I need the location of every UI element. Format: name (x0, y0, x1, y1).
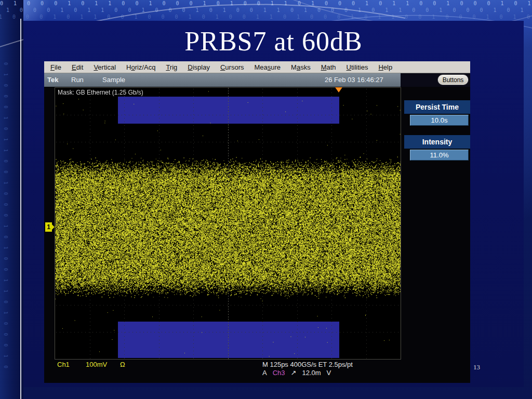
binary-column-decoration: 0 1 0 0 0 1 0 1 1 0 0 1 0 0 0 1 0 1 0 0 … (3, 62, 8, 374)
tek-logo: Tek (47, 76, 58, 84)
menu-math[interactable]: Math (316, 63, 341, 71)
menu-masks[interactable]: Masks (286, 63, 316, 71)
status-bar-right: Buttons (401, 73, 470, 87)
binary-pattern-strip: 0 1 0 0 0 1 0 1 1 0 0 1 0 0 0 1 0 1 0 0 … (0, 0, 532, 21)
graticule: Mask: GB Ethernet (1.25 Gb/s) (55, 87, 401, 360)
oscilloscope-screenshot: FileEditVerticalHoriz/AcqTrigDisplayCurs… (44, 61, 470, 383)
binary-row: 0 1 0 0 0 1 0 1 1 0 0 1 0 0 0 1 0 1 0 0 … (0, 7, 532, 14)
menu-file[interactable]: File (45, 63, 66, 71)
ch1-scale: 100mV (86, 361, 107, 368)
binary-row: 0 1 0 0 0 1 0 1 1 0 0 1 0 0 0 1 0 1 0 0 … (0, 14, 532, 20)
timebase-readout: M 125ps 400GS/s ET 2.5ps/pt (262, 361, 353, 368)
slide-title: PRBS7 at 60dB (23, 27, 524, 56)
trigger-level: 12.0m (302, 369, 321, 377)
menu-horizacq[interactable]: Horiz/Acq (121, 63, 161, 71)
status-bar: Tek Run Sample 26 Feb 03 16:46:27 Button… (44, 73, 470, 87)
trigger-slope-icon: ↗ (291, 369, 297, 377)
trigger-unit: V (327, 369, 331, 377)
ch1-coupling-icon: Ω (120, 361, 125, 368)
acquisition-mode: Sample (102, 76, 125, 84)
persist-time-label: Persist Time (404, 100, 470, 114)
buttons-button[interactable]: Buttons (438, 75, 468, 85)
ch1-label: Ch1 (57, 361, 70, 368)
run-status: Run (71, 76, 84, 84)
trigger-prefix: A (262, 369, 267, 377)
intensity-value[interactable]: 11.0% (410, 150, 469, 161)
intensity-label: Intensity (404, 135, 470, 149)
datetime: 26 Feb 03 16:46:27 (325, 76, 383, 84)
menu-cursors[interactable]: Cursors (215, 63, 249, 71)
channel-1-marker-label: 1 (47, 223, 50, 231)
menu-help[interactable]: Help (373, 63, 397, 71)
menu-utilities[interactable]: Utilities (341, 63, 374, 71)
waveform-noise-trace (55, 88, 401, 359)
menu-trig[interactable]: Trig (161, 63, 182, 71)
menu-measure[interactable]: Measure (249, 63, 286, 71)
menu-vertical[interactable]: Vertical (88, 63, 121, 71)
channel-1-marker[interactable]: 1 (45, 222, 52, 232)
persist-time-value[interactable]: 10.0s (410, 115, 469, 126)
trigger-source: Ch3 (273, 369, 285, 377)
left-decoration-strip: 0 1 0 0 0 1 0 1 1 0 0 1 0 0 0 1 0 1 0 0 … (0, 0, 23, 399)
scope-screen: Mask: GB Ethernet (1.25 Gb/s) 1 Persist … (44, 87, 470, 383)
menu-display[interactable]: Display (182, 63, 215, 71)
menu-bar: FileEditVerticalHoriz/AcqTrigDisplayCurs… (44, 61, 470, 73)
slide: 0 1 0 0 0 1 0 1 1 0 0 1 0 0 0 1 0 1 0 0 … (0, 0, 532, 399)
trigger-readout: A Ch3 ↗ 12.0m V (262, 369, 331, 377)
vertical-line-decoration (20, 19, 21, 399)
page-number: 13 (473, 363, 480, 371)
trigger-position-marker[interactable] (335, 87, 342, 92)
mask-type-label: Mask: GB Ethernet (1.25 Gb/s) (58, 89, 143, 96)
slide-content-panel: PRBS7 at 60dB FileEditVerticalHoriz/AcqT… (23, 21, 524, 387)
binary-row: 0 1 0 0 0 1 0 1 1 0 0 1 0 0 0 1 0 1 0 0 … (0, 0, 532, 7)
readouts: Ch1 100mV Ω M 125ps 400GS/s ET 2.5ps/pt … (44, 358, 470, 383)
menu-edit[interactable]: Edit (66, 63, 88, 71)
